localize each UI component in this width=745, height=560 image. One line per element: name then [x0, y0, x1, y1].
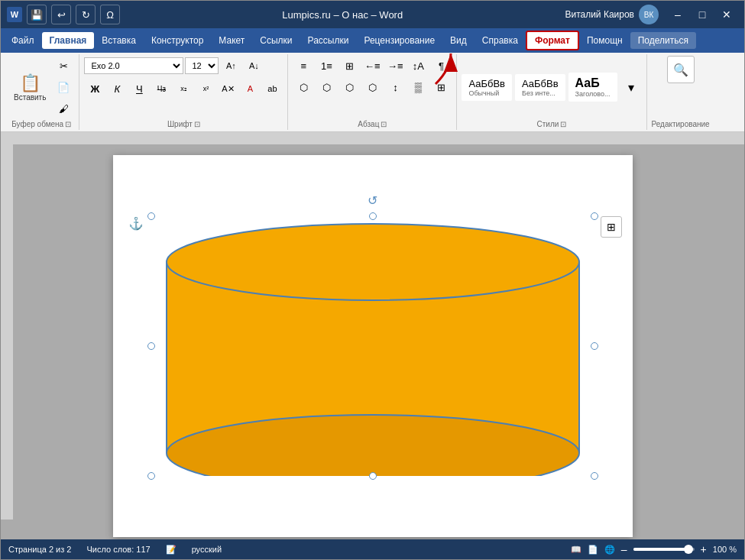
menu-file[interactable]: Файл: [4, 32, 42, 49]
zoom-in-icon[interactable]: +: [701, 543, 707, 555]
handle-bottom-middle[interactable]: [369, 472, 377, 480]
ribbon-paragraph-group: ≡ 1≡ ⊞ ←≡ →≡ ↕A ¶ ⬡ ⬡ ⬡ ⬡ ↕ ▒: [288, 54, 457, 130]
subscript-button[interactable]: x₂: [173, 79, 194, 99]
style-no-spacing[interactable]: АаБбВв Без инте...: [515, 74, 565, 101]
web-layout-icon[interactable]: 🌐: [604, 545, 615, 555]
print-layout-icon[interactable]: 📄: [588, 545, 598, 555]
style-normal-preview: АаБбВв: [468, 78, 505, 89]
numbering-button[interactable]: 1≡: [316, 56, 337, 76]
close-button[interactable]: ✕: [715, 5, 738, 24]
word-app-icon: W: [7, 7, 22, 22]
undo-btn[interactable]: ↩: [51, 5, 71, 24]
shading-button[interactable]: ▒: [407, 77, 429, 97]
paste-button[interactable]: 📋 Вставить: [8, 70, 51, 105]
style-no-spacing-preview: АаБбВв: [522, 78, 559, 89]
left-ruler: [1, 132, 13, 520]
menu-share[interactable]: Поделиться: [630, 32, 696, 49]
cut-button[interactable]: ✂: [53, 56, 74, 76]
style-normal[interactable]: АаБбВв Обычный: [462, 74, 512, 101]
menu-design[interactable]: Конструктор: [144, 32, 211, 49]
editing-label: Редактирование: [652, 120, 710, 128]
styles-expand-icon[interactable]: ⊡: [560, 120, 566, 128]
zoom-out-icon[interactable]: –: [621, 543, 627, 555]
handle-bottom-right[interactable]: [591, 472, 598, 480]
menu-format[interactable]: Формат: [526, 31, 579, 50]
shape-container[interactable]: ⚓ ↺ ⊞: [151, 216, 594, 476]
menu-layout[interactable]: Макет: [211, 32, 252, 49]
borders-button[interactable]: ⊞: [430, 77, 452, 97]
handle-bottom-left[interactable]: [147, 472, 155, 480]
multilevel-button[interactable]: ⊞: [338, 56, 360, 76]
menu-insert[interactable]: Вставка: [94, 32, 144, 49]
italic-button[interactable]: К: [106, 79, 128, 99]
align-center-button[interactable]: ⬡: [316, 77, 337, 97]
increase-indent-button[interactable]: →≡: [384, 56, 406, 76]
styles-expand-button[interactable]: ▾: [620, 77, 642, 97]
text-color-button[interactable]: A: [239, 79, 261, 99]
decrease-font-button[interactable]: A↓: [243, 56, 264, 76]
ribbon-content: 📋 Вставить ✂ 📄 🖌 Буфер обмена ⊡: [1, 53, 744, 131]
omega-btn[interactable]: Ω: [100, 5, 120, 24]
layout-options-button[interactable]: ⊞: [601, 216, 622, 238]
read-mode-icon[interactable]: 📖: [571, 545, 581, 555]
menu-home[interactable]: Главная: [42, 32, 95, 49]
document-page: ⚓ ↺ ⊞: [113, 155, 633, 537]
clipboard-expand-icon[interactable]: ⊡: [65, 120, 71, 128]
ribbon: 📋 Вставить ✂ 📄 🖌 Буфер обмена ⊡: [1, 53, 744, 132]
document-area: ⚓ ↺ ⊞: [1, 132, 744, 539]
pilcrow-button[interactable]: ¶: [430, 56, 452, 76]
para-expand-icon[interactable]: ⊡: [381, 120, 387, 128]
align-right-button[interactable]: ⬡: [338, 77, 360, 97]
zoom-slider[interactable]: [633, 548, 695, 551]
align-left-button[interactable]: ⬡: [293, 77, 314, 97]
strikethrough-button[interactable]: Чз: [151, 79, 172, 99]
handle-top-left[interactable]: [147, 212, 155, 220]
handle-top-middle[interactable]: [369, 212, 377, 220]
handle-top-right[interactable]: [591, 212, 598, 220]
style-heading[interactable]: АаБ Заголово...: [568, 73, 617, 102]
search-button[interactable]: 🔍: [667, 56, 695, 83]
highlight-button[interactable]: ab: [261, 79, 283, 99]
anchor-icon: ⚓: [128, 216, 144, 231]
redo-btn[interactable]: ↻: [76, 5, 96, 24]
increase-font-button[interactable]: A↑: [220, 56, 241, 76]
bold-button[interactable]: Ж: [84, 79, 105, 99]
proofing-icon[interactable]: 📝: [166, 545, 177, 555]
editing-content: 🔍: [667, 56, 695, 118]
justify-button[interactable]: ⬡: [361, 77, 383, 97]
zoom-level: 100 %: [713, 545, 737, 554]
decrease-indent-button[interactable]: ←≡: [361, 56, 383, 76]
maximize-button[interactable]: □: [691, 5, 714, 24]
ribbon-styles-group: АаБбВв Обычный АаБбВв Без инте... АаБ За…: [457, 54, 646, 130]
user-name: Виталий Каиров: [565, 9, 634, 20]
font-size-select[interactable]: 12: [185, 57, 219, 74]
handle-middle-left[interactable]: [147, 342, 155, 350]
menu-review[interactable]: Рецензирование: [356, 32, 442, 49]
save-btn[interactable]: 💾: [27, 5, 47, 24]
menu-help[interactable]: Справка: [475, 32, 526, 49]
layout-icon: ⊞: [607, 221, 616, 233]
rotate-handle[interactable]: ↺: [368, 193, 377, 208]
menu-references[interactable]: Ссылки: [252, 32, 300, 49]
handle-middle-right[interactable]: [591, 342, 598, 350]
font-content: Exo 2.0 12 A↑ A↓ Ж К Ч Чз x₂: [84, 56, 283, 118]
underline-button[interactable]: Ч: [128, 79, 150, 99]
font-expand-icon[interactable]: ⊡: [194, 120, 200, 128]
copy-button[interactable]: 📄: [53, 77, 74, 97]
menu-mailings[interactable]: Рассылки: [300, 32, 357, 49]
sort-button[interactable]: ↕A: [407, 56, 429, 76]
menu-view[interactable]: Вид: [442, 32, 475, 49]
language: русский: [192, 545, 222, 554]
superscript-button[interactable]: x²: [195, 79, 216, 99]
minimize-button[interactable]: –: [666, 5, 689, 24]
format-painter-button[interactable]: 🖌: [53, 99, 74, 118]
clear-format-button[interactable]: A✕: [217, 79, 238, 99]
font-name-select[interactable]: Exo 2.0: [84, 57, 183, 74]
line-spacing-button[interactable]: ↕: [384, 77, 406, 97]
para-row1: ≡ 1≡ ⊞ ←≡ →≡ ↕A ¶: [293, 56, 452, 76]
user-avatar[interactable]: ВК: [639, 5, 659, 24]
menu-help2[interactable]: Помощн: [579, 32, 630, 49]
zoom-slider-fill: [633, 548, 688, 551]
bullets-button[interactable]: ≡: [293, 56, 314, 76]
statusbar-right: 📖 📄 🌐 – + 100 %: [571, 543, 737, 555]
